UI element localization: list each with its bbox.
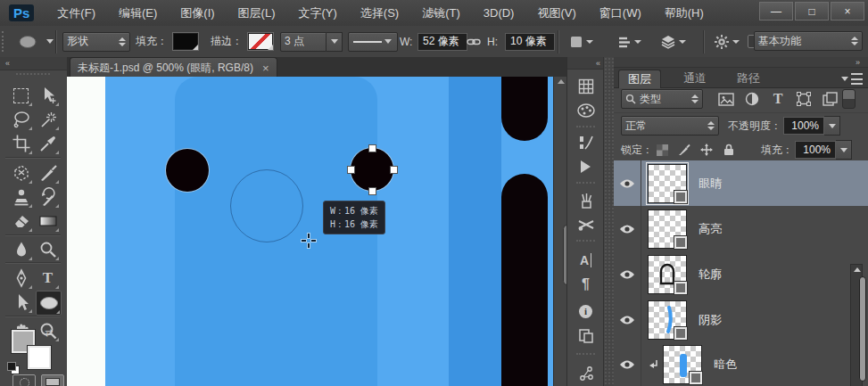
- geometry-options-button[interactable]: [714, 26, 740, 57]
- panel-collapse-button[interactable]: »: [614, 57, 868, 68]
- transform-handle-bottom[interactable]: [368, 187, 376, 195]
- visibility-toggle[interactable]: [614, 206, 641, 251]
- transform-handle-top[interactable]: [368, 144, 376, 152]
- swap-colors-icon[interactable]: ⇄: [45, 327, 53, 339]
- filter-pixel-layers-button[interactable]: [717, 91, 735, 107]
- brush-tool[interactable]: [36, 161, 60, 185]
- libraries-panel-button[interactable]: [567, 362, 604, 385]
- minimize-button[interactable]: —: [759, 2, 793, 21]
- fill-swatch[interactable]: [173, 26, 198, 57]
- path-arrangement-button[interactable]: [660, 26, 686, 57]
- toolbox-collapse-button[interactable]: «: [0, 57, 72, 70]
- patch-tool[interactable]: [9, 161, 33, 185]
- layer-thumbnail[interactable]: [648, 164, 687, 203]
- eraser-tool[interactable]: [9, 209, 33, 233]
- lock-position-button[interactable]: [699, 142, 714, 158]
- crop-tool[interactable]: [9, 132, 33, 155]
- screen-mode-button[interactable]: [41, 374, 64, 386]
- tool-preset-picker[interactable]: [16, 26, 54, 57]
- path-alignment-button[interactable]: [617, 26, 641, 57]
- layer-row-dark[interactable]: 暗色: [614, 342, 868, 386]
- stroke-width-dropdown-button[interactable]: [327, 32, 343, 52]
- visibility-toggle[interactable]: [614, 341, 641, 386]
- canvas[interactable]: W：16 像素 H：16 像素: [67, 77, 553, 386]
- tab-channels[interactable]: 通道: [674, 70, 715, 87]
- fill-field[interactable]: 100%: [795, 141, 836, 159]
- pen-tool[interactable]: [9, 267, 33, 290]
- layer-name[interactable]: 高亮: [699, 221, 722, 237]
- default-colors-icon[interactable]: [7, 362, 20, 373]
- move-tool[interactable]: [36, 84, 60, 107]
- type-tool[interactable]: T: [36, 267, 60, 290]
- lock-all-button[interactable]: [722, 142, 736, 158]
- visibility-toggle[interactable]: [614, 297, 641, 342]
- scroll-up-icon[interactable]: [854, 267, 861, 272]
- blur-tool[interactable]: [9, 238, 33, 261]
- filter-shape-layers-button[interactable]: [795, 91, 813, 107]
- stroke-type-select[interactable]: [348, 26, 398, 57]
- path-selection-tool[interactable]: [9, 291, 33, 314]
- layer-row-outline[interactable]: 轮廓: [614, 251, 868, 298]
- menu-select[interactable]: 选择(S): [360, 5, 399, 21]
- quick-mask-button[interactable]: [12, 374, 36, 386]
- lock-transparent-pixels-button[interactable]: [655, 142, 669, 158]
- layer-thumbnail[interactable]: [648, 255, 687, 294]
- background-color-swatch[interactable]: [28, 346, 51, 369]
- layer-name[interactable]: 阴影: [699, 312, 722, 328]
- blend-mode-select[interactable]: 正常: [621, 116, 719, 136]
- stroke-width-select[interactable]: 3 点: [280, 26, 343, 57]
- tool-mode-select[interactable]: 形状: [62, 26, 130, 57]
- menu-view[interactable]: 视图(V): [537, 5, 575, 21]
- magic-wand-tool[interactable]: [36, 108, 60, 131]
- scrollbar-thumb[interactable]: [859, 276, 866, 382]
- paragraph-panel-button[interactable]: ¶: [567, 273, 604, 296]
- layer-name[interactable]: 眼睛: [699, 176, 722, 192]
- scroll-up-icon[interactable]: [558, 79, 565, 84]
- menu-layer[interactable]: 图层(L): [238, 5, 276, 21]
- toolbox-grip[interactable]: [16, 73, 50, 75]
- opacity-dropdown-button[interactable]: [824, 116, 840, 136]
- filter-type-layers-button[interactable]: T: [769, 91, 787, 107]
- tab-paths[interactable]: 路径: [728, 70, 769, 87]
- history-brush-tool[interactable]: [36, 185, 60, 209]
- layer-row-highlight[interactable]: 高亮: [614, 206, 868, 252]
- workspace-select[interactable]: 基本功能: [754, 31, 863, 51]
- filter-smart-objects-button[interactable]: [821, 91, 839, 107]
- close-button[interactable]: ×: [831, 2, 864, 21]
- maximize-button[interactable]: □: [795, 2, 829, 21]
- ellipse-tool-selected[interactable]: [36, 291, 62, 316]
- clone-stamp-tool[interactable]: [9, 185, 33, 209]
- document-tab[interactable]: 未标题-1.psd @ 500% (眼睛, RGB/8) ×: [70, 57, 277, 78]
- actions-panel-button[interactable]: [567, 155, 604, 178]
- layer-row-shadow[interactable]: 阴影: [614, 297, 868, 343]
- brush-presets-panel-button[interactable]: [567, 189, 604, 212]
- gradient-tool[interactable]: [36, 209, 60, 233]
- menu-type[interactable]: 文字(Y): [298, 5, 336, 21]
- adjustments-panel-button[interactable]: [567, 131, 604, 154]
- character-panel-button[interactable]: A: [567, 249, 604, 272]
- visibility-toggle[interactable]: [614, 160, 641, 206]
- swatches-panel-button[interactable]: [567, 75, 604, 98]
- layer-thumbnail[interactable]: [648, 209, 687, 249]
- filter-type-select[interactable]: 类型: [621, 89, 703, 109]
- panel-menu-button[interactable]: [841, 73, 863, 85]
- shape-width-field[interactable]: 52 像素: [417, 26, 467, 57]
- path-operations-button[interactable]: [569, 26, 593, 57]
- layers-scrollbar[interactable]: [850, 264, 863, 386]
- opacity-field[interactable]: 100%: [783, 117, 824, 135]
- lasso-tool[interactable]: [9, 108, 33, 131]
- notes-panel-button[interactable]: [567, 324, 604, 348]
- menu-image[interactable]: 图像(I): [180, 5, 214, 21]
- shape-height-field[interactable]: 10 像素: [505, 26, 555, 57]
- canvas-vertical-scrollbar[interactable]: [553, 77, 567, 386]
- filter-toggle-switch[interactable]: [842, 89, 856, 109]
- options-grip[interactable]: [2, 31, 9, 52]
- transform-handle-left[interactable]: [347, 166, 355, 174]
- menu-help[interactable]: 帮助(H): [665, 5, 704, 21]
- menu-filter[interactable]: 滤镜(T): [422, 5, 460, 21]
- layer-name[interactable]: 暗色: [714, 357, 737, 373]
- color-panel-button[interactable]: [567, 99, 604, 122]
- fill-dropdown-button[interactable]: [836, 140, 852, 160]
- layer-thumbnail[interactable]: [663, 345, 702, 384]
- layer-row-eyes[interactable]: 眼睛: [614, 160, 868, 207]
